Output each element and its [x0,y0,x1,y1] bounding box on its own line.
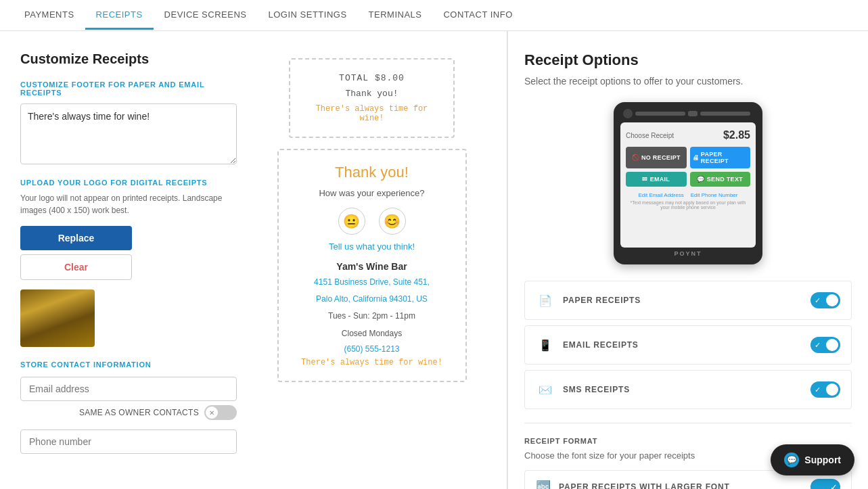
receipt2-address-1: 4151 Business Drive, Suite 451, [290,276,455,289]
toggle-check-icon-3: ✓ [815,386,821,394]
screen-links: Edit Email Address Edit Phone Number [626,192,750,198]
screen-sms-btn[interactable]: 💬 SEND TEXT [690,172,751,187]
right-subtitle: Select the receipt options to offer to y… [524,74,852,89]
logo-preview [20,289,95,347]
screen-buttons: 🚫 NO RECEIPT 🖨 PAPER RECEIPT ✉ EMAIL [626,147,750,187]
receipt-thankyou: Thank you! [304,89,440,99]
screen-phone-link[interactable]: Edit Phone Number [691,192,738,198]
sms-label: SEND TEXT [707,176,743,183]
happy-face: 😊 [379,208,406,235]
support-icon: 💬 [784,452,799,467]
receipt-preview-2: Thank you! How was your experience? 😐 😊 … [277,149,467,382]
receipt2-footer: There's always time for wine! [290,358,455,367]
device-button-left [623,109,633,118]
receipt2-phone: (650) 555-1213 [290,344,455,354]
paper-label: PAPER RECEIPT [701,151,748,164]
nav-device-screens[interactable]: DEVICE SCREENS [154,1,258,30]
larger-font-icon: 🔤 [536,480,551,489]
device-screen: Choose Receipt $2.85 🚫 NO RECEIPT 🖨 PAPE… [620,122,756,248]
store-contact-label: STORE CONTACT INFORMATION [20,360,237,369]
divider [524,423,852,423]
nav-receipts[interactable]: RECEIPTS [85,1,154,30]
email-receipts-label: EMAIL RECEIPTS [563,340,802,350]
no-receipt-label: NO RECEIPT [641,154,681,161]
upload-logo-link[interactable]: UPLOAD YOUR LOGO FOR DIGITAL RECEIPTS [20,179,237,187]
screen-paper-btn[interactable]: 🖨 PAPER RECEIPT [690,147,751,168]
poynt-device: Choose Receipt $2.85 🚫 NO RECEIPT 🖨 PAPE… [614,102,762,264]
paper-receipts-toggle[interactable]: ✓ [810,292,840,308]
receipt2-store-name: Yam's Wine Bar [290,261,455,272]
receipt-total: TOTAL $8.00 [304,73,440,83]
nav-terminals[interactable]: TERMINALS [358,1,433,30]
sad-face: 😐 [338,208,365,235]
toggle-check-icon: ✓ [815,296,821,305]
support-button[interactable]: 💬 Support [771,444,854,475]
poynt-brand: POYNT [620,250,756,257]
nav-payments[interactable]: PAYMENTS [14,1,85,30]
emoji-row: 😐 😊 [290,208,455,235]
sms-icon: 💬 [697,176,704,183]
sms-receipts-toggle[interactable]: ✓ [810,381,840,398]
left-form: Customize Receipts CUSTOMIZE FOOTER FOR … [20,51,237,469]
top-nav: PAYMENTS RECEIPTS DEVICE SCREENS LOGIN S… [0,0,868,31]
screen-note: *Text messages may not apply based on yo… [626,200,750,210]
receipt-previews: TOTAL $8.00 Thank you! There's always ti… [257,51,486,469]
paper-receipts-row: 📄 PAPER RECEIPTS ✓ [524,281,852,320]
feedback-link[interactable]: Tell us what you think! [290,241,455,252]
email-receipts-icon: 📱 [536,335,555,354]
device-container: Choose Receipt $2.85 🚫 NO RECEIPT 🖨 PAPE… [524,102,852,264]
receipt2-thankyou: Thank you! [290,164,455,181]
email-icon: ✉ [642,176,647,183]
device-top [620,109,756,118]
same-owner-text: SAME AS OWNER CONTACTS [79,408,199,417]
screen-no-receipt-btn[interactable]: 🚫 NO RECEIPT [626,147,687,168]
receipt2-experience: How was your experience? [290,188,455,198]
email-field[interactable] [20,377,237,401]
screen-header: Choose Receipt $2.85 [626,129,750,141]
email-receipts-toggle[interactable]: ✓ [810,337,840,353]
page-title: Customize Receipts [20,51,237,67]
email-receipts-row: 📱 EMAIL RECEIPTS ✓ [524,325,852,365]
device-slot-right [700,112,750,116]
paper-larger-toggle[interactable] [810,479,840,489]
paper-larger-label: PAPER RECEIPTS WITH LARGER FONT [559,482,802,489]
nav-contact-info[interactable]: CONTACT INFO [432,1,523,30]
phone-field[interactable] [20,429,237,454]
sms-receipts-icon: ✉️ [536,380,555,399]
receipt2-closed: Closed Mondays [290,327,455,340]
toggle-x-icon: ✕ [206,406,218,419]
upload-desc: Your logo will not appear on printed rec… [20,192,237,216]
receipt-preview-1: TOTAL $8.00 Thank you! There's always ti… [289,58,455,138]
no-receipt-icon: 🚫 [632,154,639,161]
paper-receipts-icon: 📄 [536,291,555,310]
page-content: Customize Receipts CUSTOMIZE FOOTER FOR … [0,31,868,489]
clear-button[interactable]: Clear [20,254,132,280]
device-reader [688,111,698,116]
paper-icon: 🖨 [693,154,699,161]
receipt-footer: There's always time for wine! [304,104,440,123]
toggle-check-icon-2: ✓ [815,341,821,350]
screen-email-link[interactable]: Edit Email Address [639,192,684,198]
screen-price: $2.85 [723,129,750,141]
device-slot [635,112,685,116]
receipt2-hours: Tues - Sun: 2pm - 11pm [290,310,455,323]
footer-label: CUSTOMIZE FOOTER FOR PAPER AND EMAIL REC… [20,80,237,97]
nav-login-settings[interactable]: LOGIN SETTINGS [257,1,357,30]
support-label: Support [804,455,841,465]
logo-image [20,289,95,347]
right-panel: Receipt Options Select the receipt optio… [507,31,868,489]
sms-receipts-row: ✉️ SMS RECEIPTS ✓ [524,370,852,409]
receipt2-address-2: Palo Alto, California 94301, US [290,293,455,306]
same-owner-row: SAME AS OWNER CONTACTS ✕ [20,401,237,424]
screen-email-btn[interactable]: ✉ EMAIL [626,172,687,187]
left-panel: Customize Receipts CUSTOMIZE FOOTER FOR … [0,31,507,489]
replace-button[interactable]: Replace [20,226,132,250]
paper-receipts-label: PAPER RECEIPTS [563,296,802,305]
same-owner-toggle[interactable]: ✕ [204,405,237,420]
right-title: Receipt Options [524,51,852,69]
screen-choose-label: Choose Receipt [626,132,674,139]
sms-receipts-label: SMS RECEIPTS [563,385,802,394]
email-label: EMAIL [650,176,670,183]
footer-textarea[interactable]: There's always time for wine! [20,103,237,164]
